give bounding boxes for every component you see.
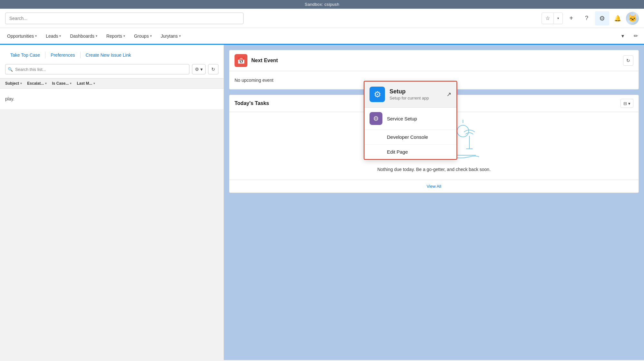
sandbox-label: Sandbox: csipush [305, 2, 339, 7]
preferences-label: Preferences [51, 52, 75, 58]
external-link-icon: ↗ [447, 91, 451, 98]
nav-chevron-opportunities: ▾ [35, 34, 37, 38]
list-refresh-button[interactable]: ↻ [208, 64, 218, 74]
nav-chevron-reports: ▾ [123, 34, 125, 38]
nav-label-opportunities: Opportunities [7, 33, 34, 39]
favorites-dropdown[interactable]: ☆ ▾ [542, 13, 563, 24]
chevron-down-icon: ▾ [557, 16, 559, 20]
col-chevron-subject: ▾ [20, 82, 22, 85]
nav-chevron-jurytans: ▾ [179, 34, 181, 38]
view-all-link[interactable]: View All [229, 180, 639, 193]
nav-item-dashboards[interactable]: Dashboards ▾ [65, 28, 102, 45]
nav-bar: Opportunities ▾ Leads ▾ Dashboards ▾ Rep… [0, 28, 644, 45]
app-header: ☆ ▾ + ? ⚙ 🔔 🐱 [0, 9, 644, 28]
refresh-icon: ↻ [211, 67, 215, 72]
event-refresh-button[interactable]: ↻ [623, 55, 633, 66]
col-header-escalat[interactable]: Escalat... ▾ [24, 81, 49, 86]
setup-icon: ⚙ [370, 87, 385, 102]
help-button[interactable]: ? [580, 11, 594, 25]
setup-top-text: Setup Setup for current app [389, 88, 442, 100]
col-label-subject: Subject [5, 81, 19, 86]
tasks-empty-text: Nothing due today. Be a go-getter, and c… [377, 167, 491, 172]
setup-dropdown: ⚙ Setup Setup for current app ↗ ⚙ Servic… [364, 81, 457, 160]
header-icons: ☆ ▾ + ? ⚙ 🔔 🐱 [542, 11, 639, 25]
favorites-chevron-button[interactable]: ▾ [553, 13, 562, 24]
nav-label-dashboards: Dashboards [70, 33, 94, 39]
add-button[interactable]: + [564, 11, 578, 25]
calendar-icon: 📅 [237, 57, 245, 64]
list-search-input[interactable] [5, 64, 189, 74]
star-button[interactable]: ☆ [542, 13, 553, 24]
list-search-wrap: 🔍 [5, 64, 189, 74]
nav-item-groups[interactable]: Groups ▾ [130, 28, 156, 45]
next-event-header: 📅 Next Event ↻ [229, 50, 639, 71]
filter-chevron-icon: ▾ [628, 101, 630, 106]
nav-chevron-groups: ▾ [150, 34, 152, 38]
list-gear-button[interactable]: ⚙ ▾ [192, 64, 206, 74]
nav-label-groups: Groups [134, 33, 149, 39]
search-input[interactable] [5, 13, 244, 24]
setup-gear-button[interactable]: ⚙ [595, 11, 609, 25]
no-items-text: play. [5, 96, 14, 101]
setup-gear-inner-icon: ⚙ [374, 90, 381, 100]
column-headers: Subject ▾ Escalat... ▾ Is Case... ▾ Last… [0, 79, 224, 89]
setup-top-item[interactable]: ⚙ Setup Setup for current app ↗ [364, 81, 457, 108]
take-top-case-label: Take Top Case [10, 52, 40, 58]
nav-item-leads[interactable]: Leads ▾ [41, 28, 65, 45]
service-setup-gear-icon: ⚙ [373, 115, 379, 122]
tasks-controls: ⊟ ▾ [620, 99, 633, 108]
nav-end: ▾ ✏ [617, 30, 644, 42]
list-search-icon: 🔍 [8, 67, 13, 72]
nav-label-reports: Reports [106, 33, 122, 39]
col-label-escalat: Escalat... [27, 81, 44, 86]
preferences-button[interactable]: Preferences [45, 50, 80, 60]
add-icon: + [569, 14, 573, 22]
nav-more-chevron-icon: ▾ [621, 33, 624, 39]
col-header-subject[interactable]: Subject ▾ [5, 81, 24, 86]
col-label-iscase: Is Case... [52, 81, 69, 86]
setup-subtitle: Setup for current app [389, 96, 442, 100]
gear-icon: ⚙ [599, 14, 605, 22]
left-panel: Take Top Case Preferences Create New Iss… [0, 45, 224, 360]
edit-page-item[interactable]: Edit Page [364, 145, 457, 159]
event-icon: 📅 [235, 54, 247, 67]
sandbox-bar: Sandbox: csipush [0, 0, 644, 9]
nav-item-reports[interactable]: Reports ▾ [102, 28, 130, 45]
avatar-image: 🐱 [626, 12, 639, 25]
notifications-button[interactable]: 🔔 [610, 11, 625, 25]
next-event-title: Next Event [251, 58, 278, 63]
star-icon: ☆ [545, 15, 550, 21]
developer-console-label: Developer Console [370, 134, 428, 140]
col-header-lastm[interactable]: Last M... ▾ [74, 81, 98, 86]
take-top-case-button[interactable]: Take Top Case [5, 50, 45, 60]
bell-icon: 🔔 [614, 15, 621, 22]
nav-item-jurytans[interactable]: Jurytans ▾ [156, 28, 185, 45]
panel-toolbar: Take Top Case Preferences Create New Iss… [0, 45, 224, 60]
create-new-issue-link-button[interactable]: Create New Issue Link [81, 50, 136, 60]
service-setup-icon: ⚙ [370, 112, 382, 125]
nav-edit-button[interactable]: ✏ [630, 30, 641, 42]
col-header-iscase[interactable]: Is Case... ▾ [49, 81, 74, 86]
nav-chevron-leads: ▾ [59, 34, 61, 38]
service-setup-item[interactable]: ⚙ Service Setup [364, 108, 457, 130]
edit-page-label: Edit Page [370, 149, 408, 155]
list-gear-icon: ⚙ [195, 67, 199, 72]
nav-more-button[interactable]: ▾ [617, 30, 629, 42]
nav-item-opportunities[interactable]: Opportunities ▾ [3, 28, 41, 45]
list-gear-chevron-icon: ▾ [200, 67, 203, 72]
col-chevron-iscase: ▾ [70, 82, 72, 85]
list-controls: 🔍 ⚙ ▾ ↻ [0, 60, 224, 79]
tasks-filter-button[interactable]: ⊟ ▾ [620, 99, 633, 108]
filter-icon: ⊟ [623, 101, 627, 106]
developer-console-item[interactable]: Developer Console [364, 130, 457, 145]
help-icon: ? [585, 15, 588, 22]
nav-chevron-dashboards: ▾ [96, 34, 97, 38]
svg-point-1 [457, 125, 469, 137]
view-all-label: View All [427, 184, 441, 189]
event-refresh-icon: ↻ [626, 58, 630, 63]
nav-label-jurytans: Jurytans [161, 33, 178, 39]
setup-title: Setup [389, 88, 442, 95]
main-content: Take Top Case Preferences Create New Iss… [0, 45, 644, 360]
create-new-issue-link-label: Create New Issue Link [86, 52, 131, 58]
avatar[interactable]: 🐱 [626, 12, 639, 25]
